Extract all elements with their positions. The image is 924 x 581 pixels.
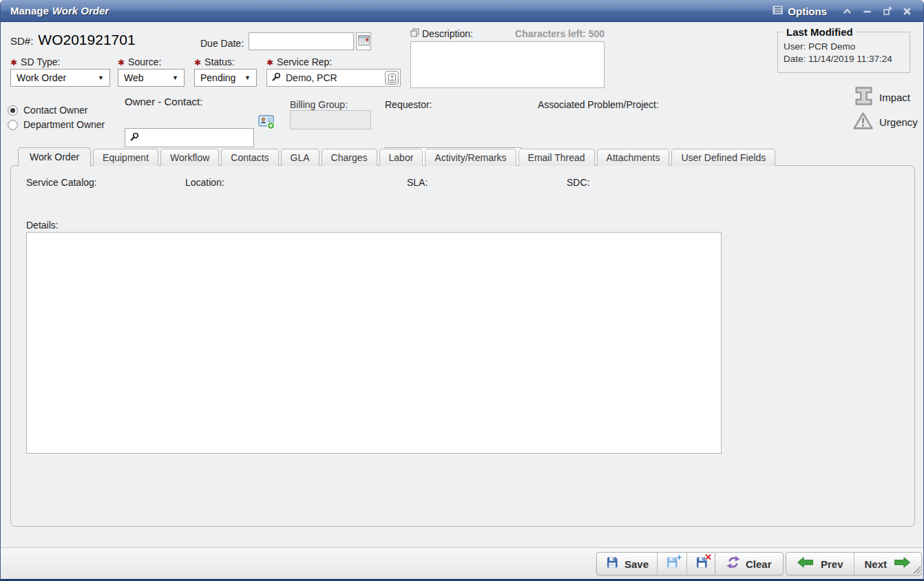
service-rep-contact-icon[interactable] (385, 71, 399, 85)
tab-bar: Work Order Equipment Workflow Contacts G… (18, 147, 775, 166)
sd-number-value: WO201921701 (38, 32, 135, 48)
clear-button-label: Clear (746, 558, 772, 570)
source-value: Web (124, 72, 144, 83)
description-popout-icon[interactable] (410, 28, 419, 40)
urgency-icon (852, 112, 874, 133)
save-close-icon: ✕ (695, 556, 708, 572)
collapse-icon[interactable] (842, 6, 852, 17)
tab-user-defined-fields[interactable]: User Defined Fields (671, 149, 775, 166)
tab-gla[interactable]: GLA (281, 149, 319, 166)
tab-charges[interactable]: Charges (322, 149, 377, 166)
chevron-down-icon: ▼ (98, 74, 104, 81)
options-icon (773, 5, 783, 17)
required-icon: ✱ (194, 58, 201, 67)
source-select[interactable]: Web ▼ (118, 69, 185, 87)
sla-label: SLA: (407, 177, 428, 188)
sd-type-value: Work Order (17, 72, 66, 83)
status-select[interactable]: Pending ▼ (194, 69, 257, 87)
prev-next-button-group: Prev Next (786, 552, 922, 575)
tab-attachments[interactable]: Attachments (597, 149, 670, 166)
required-icon: ✱ (118, 58, 125, 67)
characters-left-counter: Characters left: 500 (515, 28, 605, 39)
impact-label: Impact (879, 92, 910, 103)
owner-contact-field[interactable] (125, 128, 254, 147)
urgency-control[interactable]: Urgency (852, 112, 918, 133)
minimize-icon[interactable] (862, 6, 872, 17)
contact-owner-radio[interactable]: Contact Owner (8, 105, 87, 116)
tab-labor[interactable]: Labor (379, 149, 423, 166)
service-rep-field[interactable] (266, 69, 401, 87)
sdc-label: SDC: (567, 177, 589, 188)
resize-icon[interactable] (911, 564, 921, 577)
required-icon: ✱ (266, 58, 273, 67)
window-title: ManageWork Order (10, 5, 109, 17)
sd-type-label: ✱SD Type: (10, 56, 60, 67)
tab-contacts[interactable]: Contacts (221, 149, 278, 166)
save-and-new-button[interactable]: + (657, 553, 686, 575)
prev-button[interactable]: Prev (786, 553, 854, 575)
status-label: ✱Status: (194, 56, 235, 67)
options-button[interactable]: Options (773, 5, 827, 17)
calendar-icon (358, 34, 370, 49)
due-date-calendar-button[interactable] (356, 32, 371, 50)
save-button-group: Save + ✕ (596, 552, 717, 575)
impact-icon (854, 86, 873, 109)
location-label: Location: (185, 177, 224, 188)
radio-selected-icon (8, 105, 18, 116)
chevron-down-icon: ▼ (172, 74, 178, 81)
details-textarea[interactable] (26, 232, 722, 454)
source-label: ✱Source: (118, 56, 161, 67)
sd-type-select[interactable]: Work Order ▼ (10, 69, 110, 87)
tab-email-thread[interactable]: Email Thread (518, 149, 595, 166)
tab-workflow[interactable]: Workflow (160, 149, 219, 166)
owner-contact-label: Owner - Contact: (125, 96, 202, 107)
urgency-label: Urgency (879, 116, 918, 128)
save-and-close-button[interactable]: ✕ (686, 553, 716, 575)
due-date-input[interactable] (249, 32, 354, 50)
sd-number: SD#: WO201921701 (10, 32, 136, 48)
next-button-label: Next (865, 558, 888, 570)
service-rep-input[interactable] (286, 72, 395, 83)
radio-unselected-icon (8, 120, 18, 130)
tab-work-order[interactable]: Work Order (18, 147, 91, 167)
due-date-label: Due Date: (200, 38, 244, 49)
department-owner-label: Department Owner (23, 119, 105, 130)
description-textarea[interactable] (410, 41, 605, 88)
next-icon (894, 556, 911, 571)
save-button[interactable]: Save (597, 553, 657, 575)
service-catalog-label: Service Catalog: (26, 177, 97, 188)
owner-contact-input[interactable] (144, 132, 249, 143)
window-title-prefix: Manage (10, 5, 49, 17)
popout-icon[interactable] (882, 6, 892, 17)
last-modified-user: User: PCR Demo (784, 41, 904, 52)
bottom-toolbar: Save + ✕ Clear (1, 547, 923, 579)
tab-equipment[interactable]: Equipment (93, 149, 158, 166)
associated-problem-project-label: Associated Problem/Project: (538, 99, 659, 110)
search-icon (130, 131, 139, 144)
status-value: Pending (200, 72, 235, 83)
close-icon[interactable] (902, 6, 912, 17)
clear-button[interactable]: Clear (715, 553, 783, 575)
department-owner-radio[interactable]: Department Owner (8, 119, 105, 130)
last-modified-date: Date: 11/14/2019 11:37:24 (784, 54, 904, 64)
description-label: Description: (422, 28, 473, 39)
prev-icon (797, 556, 814, 571)
requestor-label: Requestor: (385, 99, 432, 110)
title-bar: ManageWork Order Options (1, 0, 923, 22)
service-rep-label: ✱Service Rep: (266, 56, 332, 67)
search-icon (272, 72, 281, 84)
tab-activity-remarks[interactable]: Activity/Remarks (425, 149, 516, 166)
add-contact-icon[interactable] (258, 113, 275, 132)
required-icon: ✱ (10, 58, 17, 67)
clear-icon (726, 556, 740, 572)
save-new-icon: + (665, 556, 679, 572)
billing-group-label: Billing Group: (290, 99, 348, 110)
manage-work-order-window: ManageWork Order Options SD# (0, 0, 924, 581)
impact-control[interactable]: Impact (854, 86, 910, 109)
options-label: Options (788, 6, 827, 17)
billing-group-input (290, 110, 371, 129)
last-modified-legend: Last Modified (784, 26, 856, 38)
save-button-label: Save (624, 558, 649, 570)
save-icon (605, 556, 619, 572)
clear-button-group: Clear (715, 552, 784, 575)
